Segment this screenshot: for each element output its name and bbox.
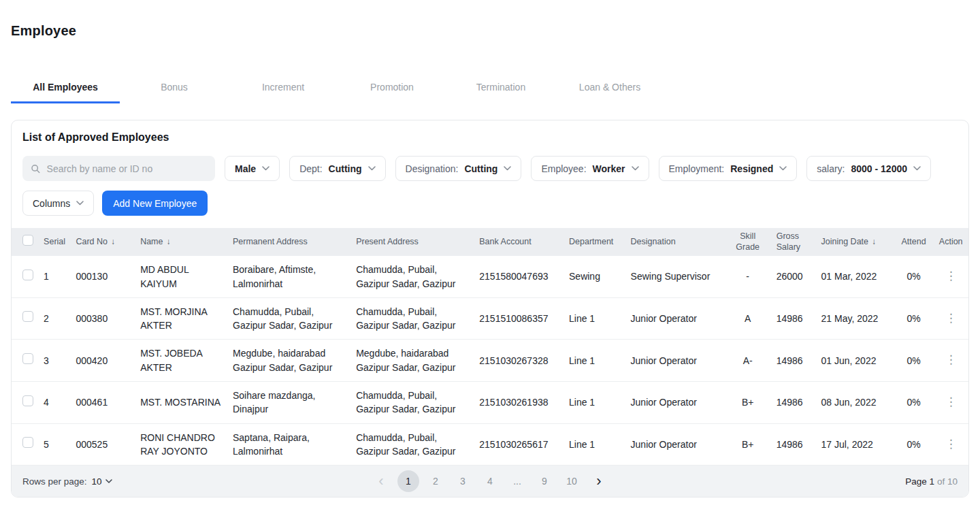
page-button-9[interactable]: 9 [534, 470, 555, 492]
row-actions-kebab-icon[interactable]: ⋮ [940, 268, 962, 284]
columns-button[interactable]: Columns [22, 191, 94, 216]
filter-employment-status[interactable]: Employment: Resigned [659, 156, 798, 181]
cell-skill-grade: A [725, 297, 771, 340]
col-label: Joining Date [821, 237, 869, 248]
table-row: 4 000461 MST. MOSTARINA Soihare mazdanga… [12, 382, 968, 424]
page-info-total: of 10 [937, 476, 958, 487]
tab-termination[interactable]: Termination [446, 74, 555, 103]
filter-value: Cutting [329, 163, 362, 174]
cell-permanent-address: Soihare mazdanga, Dinajpur [227, 382, 350, 424]
tab-loan-others[interactable]: Loan & Others [555, 74, 664, 103]
cell-designation: Junior Operator [625, 297, 725, 340]
actions-row: Columns Add New Employee [22, 191, 958, 216]
cell-card-no: 000130 [70, 256, 135, 297]
row-actions-kebab-icon[interactable]: ⋮ [940, 436, 962, 452]
next-page-icon[interactable]: › [588, 470, 610, 492]
cell-joining-date: 01 Mar, 2022 [816, 256, 894, 297]
search-input[interactable] [47, 163, 207, 174]
add-new-employee-button[interactable]: Add New Employee [102, 191, 208, 216]
cell-joining-date: 01 Jun, 2022 [816, 340, 894, 382]
cell-name: MD ABDUL KAIYUM [135, 256, 227, 297]
filter-value: 8000 - 12000 [851, 163, 907, 174]
tab-bonus[interactable]: Bonus [120, 74, 229, 103]
rows-per-page-select[interactable]: 10 [92, 476, 112, 487]
filter-value: Cutting [464, 163, 497, 174]
search-box [22, 156, 215, 181]
col-serial: Serial [38, 228, 70, 256]
cell-card-no: 000525 [70, 423, 135, 466]
chevron-down-icon [779, 166, 787, 171]
filter-value: Resigned [730, 163, 773, 174]
cell-bank-account: 2151030261938 [474, 382, 564, 424]
chevron-down-icon [262, 166, 270, 171]
page-button-3[interactable]: 3 [452, 470, 474, 492]
cell-name: MST. MORJINA AKTER [135, 297, 227, 340]
col-permanent-address: Permanent Address [227, 228, 350, 256]
row-actions-kebab-icon[interactable]: ⋮ [940, 352, 962, 368]
cell-gross-salary: 26000 [771, 256, 816, 297]
cell-card-no: 000380 [70, 297, 135, 340]
col-department: Department [564, 228, 625, 256]
cell-gross-salary: 14986 [771, 340, 816, 382]
cell-gross-salary: 14986 [771, 297, 816, 340]
col-attend: Attend [894, 228, 934, 256]
select-all-checkbox[interactable] [22, 235, 33, 246]
col-joining-date[interactable]: Joining Date↓ [816, 228, 894, 256]
row-checkbox[interactable] [22, 437, 33, 448]
col-designation: Designation [625, 228, 725, 256]
cell-department: Line 1 [564, 297, 625, 340]
page-button-10[interactable]: 10 [561, 470, 583, 492]
cell-serial: 5 [38, 423, 70, 466]
filter-salary-range[interactable]: salary: 8000 - 12000 [806, 156, 931, 181]
cell-permanent-address: Saptana, Raipara, Lalmonirhat [227, 423, 350, 466]
sort-desc-icon: ↓ [872, 237, 876, 247]
cell-present-address: Chamudda, Pubail, Gazipur Sadar, Gazipur [350, 423, 474, 466]
page-button-4[interactable]: 4 [479, 470, 501, 492]
page-button-1[interactable]: 1 [397, 470, 419, 492]
panel-title: List of Approved Employees [22, 131, 958, 144]
col-bank-account: Bank Account [474, 228, 564, 256]
employees-table: Serial Card No↓ Name↓ Permanent Address … [12, 228, 968, 466]
tab-all-employees[interactable]: All Employees [11, 74, 120, 103]
col-card-no[interactable]: Card No↓ [70, 228, 135, 256]
page-button-2[interactable]: 2 [425, 470, 446, 492]
rows-per-page-label: Rows per page: [22, 476, 87, 487]
col-label: Card No [76, 237, 108, 248]
sort-desc-icon: ↓ [166, 237, 170, 247]
cell-serial: 1 [38, 256, 70, 297]
row-actions-kebab-icon[interactable]: ⋮ [940, 394, 962, 410]
cell-bank-account: 2151510086357 [474, 297, 564, 340]
col-name[interactable]: Name↓ [135, 228, 227, 256]
cell-attend: 0% [894, 297, 934, 340]
row-checkbox[interactable] [22, 353, 33, 364]
tab-promotion[interactable]: Promotion [338, 74, 446, 103]
cell-serial: 2 [38, 297, 70, 340]
cell-department: Sewing [564, 256, 625, 297]
cell-permanent-address: Chamudda, Pubail, Gazipur Sadar, Gazipur [227, 297, 350, 340]
cell-designation: Junior Operator [625, 382, 725, 424]
table-row: 3 000420 MST. JOBEDA AKTER Megdube, haid… [12, 340, 968, 382]
cell-designation: Junior Operator [625, 423, 725, 466]
filter-prefix: Employee: [541, 163, 586, 174]
filter-department[interactable]: Dept: Cutting [289, 156, 385, 181]
cell-permanent-address: Boraibare, Aftimste, Lalmonirhat [227, 256, 350, 297]
tab-increment[interactable]: Increment [229, 74, 338, 103]
row-checkbox[interactable] [22, 270, 33, 280]
cell-name: MST. MOSTARINA [135, 382, 227, 424]
pagination: ‹1234...910› [370, 470, 610, 492]
prev-page-icon[interactable]: ‹ [370, 470, 392, 492]
columns-button-label: Columns [33, 198, 70, 209]
table-body: 1 000130 MD ABDUL KAIYUM Boraibare, Afti… [12, 256, 968, 465]
rows-per-page: Rows per page: 10 [22, 476, 112, 487]
row-checkbox[interactable] [22, 311, 33, 322]
row-checkbox[interactable] [22, 395, 33, 406]
sort-desc-icon: ↓ [111, 237, 115, 247]
filter-employee-type[interactable]: Employee: Worker [531, 156, 649, 181]
cell-attend: 0% [894, 382, 934, 424]
row-actions-kebab-icon[interactable]: ⋮ [940, 310, 962, 326]
filter-gender[interactable]: Male [225, 156, 280, 181]
approved-employees-panel: List of Approved Employees Male Dept: [11, 120, 969, 497]
filter-designation[interactable]: Designation: Cutting [395, 156, 522, 181]
filter-prefix: Designation: [406, 163, 459, 174]
cell-present-address: Chamudda, Pubail, Gazipur Sadar, Gazipur [350, 382, 474, 424]
